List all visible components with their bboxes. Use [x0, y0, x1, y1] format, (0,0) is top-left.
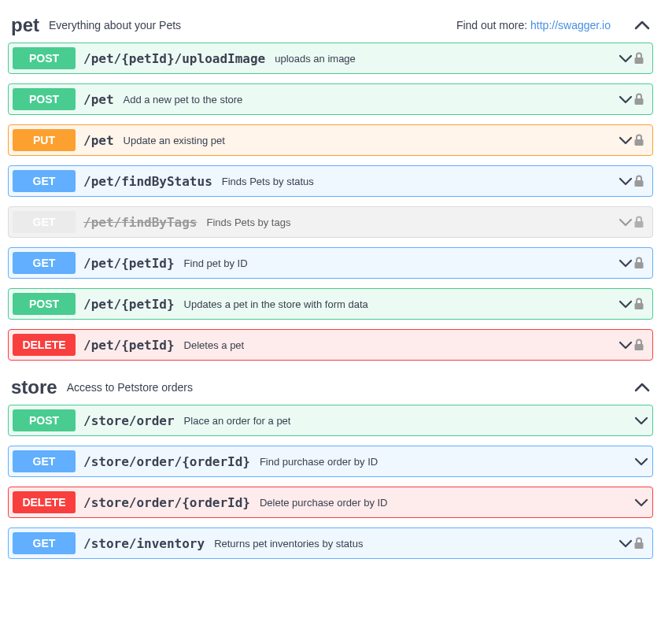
method-badge: POST [13, 47, 76, 69]
method-badge: POST [13, 293, 76, 315]
lock-icon[interactable] [633, 339, 648, 351]
method-badge: GET [13, 532, 76, 554]
endpoint-row[interactable]: POST/petAdd a new pet to the store [8, 83, 653, 115]
endpoint-summary: Finds Pets by status [222, 176, 314, 187]
tag-section-pet: pet Everything about your Pets Find out … [8, 8, 653, 361]
endpoint-summary: Place an order for a pet [184, 415, 291, 427]
tag-section-store: store Access to Petstore orders POST/sto… [8, 370, 653, 559]
endpoint-row[interactable]: GET/store/inventoryReturns pet inventori… [8, 527, 653, 559]
chevron-up-icon [634, 20, 650, 30]
endpoint-row[interactable]: PUT/petUpdate an existing pet [8, 124, 653, 156]
svg-rect-1 [635, 98, 644, 105]
lock-icon[interactable] [633, 175, 648, 187]
endpoint-row[interactable]: DELETE/store/order/{orderId}Delete purch… [8, 487, 653, 518]
method-badge: POST [13, 409, 76, 431]
tag-header-store[interactable]: store Access to Petstore orders [8, 370, 653, 405]
endpoint-path: /pet [83, 92, 114, 107]
chevron-down-icon [615, 300, 633, 309]
chevron-down-icon [631, 457, 648, 466]
endpoint-summary: Add a new pet to the store [124, 94, 243, 105]
endpoint-row[interactable]: POST/pet/{petId}Updates a pet in the sto… [8, 288, 653, 320]
tag-description: Access to Petstore orders [67, 381, 193, 394]
endpoint-path: /pet/findByStatus [83, 174, 212, 189]
chevron-down-icon [615, 95, 633, 104]
method-badge: DELETE [13, 491, 76, 513]
tag-name: store [11, 376, 57, 398]
endpoint-summary: Updates a pet in the store with form dat… [184, 298, 368, 310]
lock-icon[interactable] [633, 134, 648, 146]
tag-header-pet[interactable]: pet Everything about your Pets Find out … [8, 8, 653, 43]
method-badge: PUT [13, 129, 76, 151]
endpoint-row[interactable]: POST/store/orderPlace an order for a pet [8, 405, 653, 436]
tag-description: Everything about your Pets [49, 19, 181, 31]
endpoint-summary: Finds Pets by tags [207, 217, 291, 228]
lock-icon[interactable] [633, 257, 648, 269]
endpoint-row[interactable]: POST/pet/{petId}/uploadImageuploads an i… [8, 43, 653, 74]
endpoint-row[interactable]: GET/pet/{petId}Find pet by ID [8, 247, 653, 279]
method-badge: GET [13, 170, 76, 192]
endpoint-path: /pet/{petId} [83, 256, 175, 271]
chevron-down-icon [615, 136, 633, 145]
endpoint-summary: Returns pet inventories by status [214, 538, 363, 550]
svg-rect-4 [635, 221, 644, 228]
endpoint-list-pet: POST/pet/{petId}/uploadImageuploads an i… [8, 43, 653, 361]
endpoint-summary: Deletes a pet [184, 339, 245, 351]
chevron-down-icon [631, 416, 648, 425]
svg-rect-7 [635, 344, 644, 350]
svg-rect-2 [635, 139, 644, 146]
svg-rect-6 [635, 303, 644, 309]
endpoint-path: /pet [83, 133, 114, 148]
endpoint-row[interactable]: GET/store/order/{orderId}Find purchase o… [8, 446, 653, 477]
svg-rect-3 [635, 180, 644, 187]
lock-icon[interactable] [633, 298, 648, 310]
lock-icon[interactable] [633, 52, 648, 65]
chevron-down-icon [631, 498, 648, 507]
method-badge: GET [13, 252, 76, 274]
endpoint-path: /pet/{petId}/uploadImage [83, 51, 265, 66]
endpoint-path: /store/order/{orderId} [83, 454, 250, 469]
endpoint-summary: uploads an image [275, 53, 356, 65]
method-badge: POST [13, 88, 76, 110]
endpoint-row[interactable]: GET/pet/findByStatusFinds Pets by status [8, 165, 653, 197]
endpoint-summary: Update an existing pet [124, 135, 225, 146]
endpoint-summary: Find pet by ID [184, 257, 248, 269]
endpoint-list-store: POST/store/orderPlace an order for a pet… [8, 405, 653, 559]
endpoint-path: /store/order [83, 413, 175, 428]
chevron-down-icon [615, 54, 633, 63]
tag-name: pet [11, 14, 39, 36]
endpoint-path: /pet/findByTags [83, 215, 198, 230]
svg-rect-0 [635, 57, 644, 64]
svg-rect-8 [635, 542, 644, 549]
chevron-down-icon [615, 218, 633, 227]
external-docs-link[interactable]: http://swagger.io [530, 19, 611, 31]
chevron-down-icon [615, 539, 633, 548]
endpoint-row[interactable]: GET/pet/findByTagsFinds Pets by tags [8, 206, 653, 238]
endpoint-summary: Delete purchase order by ID [260, 497, 388, 509]
lock-icon[interactable] [633, 537, 648, 550]
chevron-down-icon [615, 259, 633, 268]
method-badge: GET [13, 450, 76, 472]
endpoint-path: /pet/{petId} [83, 297, 175, 312]
chevron-down-icon [615, 341, 633, 350]
chevron-up-icon [634, 383, 650, 392]
chevron-down-icon [615, 177, 633, 186]
tag-external-docs: Find out more: http://swagger.io [456, 19, 611, 31]
endpoint-row[interactable]: DELETE/pet/{petId}Deletes a pet [8, 329, 653, 361]
lock-icon[interactable] [633, 216, 648, 228]
method-badge: GET [13, 211, 76, 233]
method-badge: DELETE [13, 334, 76, 356]
endpoint-summary: Find purchase order by ID [260, 456, 378, 468]
lock-icon[interactable] [633, 93, 648, 105]
endpoint-path: /pet/{petId} [83, 338, 175, 353]
endpoint-path: /store/order/{orderId} [83, 495, 250, 510]
svg-rect-5 [635, 262, 644, 268]
endpoint-path: /store/inventory [83, 536, 205, 551]
